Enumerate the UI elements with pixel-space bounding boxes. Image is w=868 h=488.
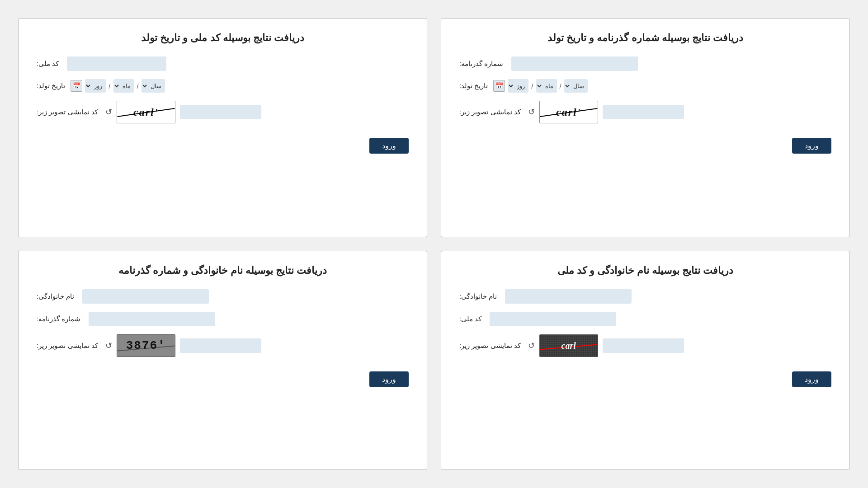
refresh-icon-4[interactable]: ↺ xyxy=(105,341,112,351)
captcha-image-2: 'carl xyxy=(117,101,175,123)
calendar-icon-2[interactable]: 📅 xyxy=(71,80,82,92)
passport-row-4: شماره گذرنامه: xyxy=(37,312,409,326)
national-row-2: کد ملی: xyxy=(37,56,409,71)
login-button-2[interactable]: ورود xyxy=(369,138,409,154)
refresh-icon-2[interactable]: ↺ xyxy=(105,107,112,117)
login-button-1[interactable]: ورود xyxy=(792,138,831,154)
national-input-3[interactable] xyxy=(490,312,616,326)
panel-national-birthdate: دریافت نتایج بوسیله کد ملی و تاریخ تولد … xyxy=(18,18,427,237)
birthdate-row-2: سال / ماه / روز 📅 تاریخ تولد: xyxy=(37,79,409,93)
panel-lastname-national: دریافت نتایج بوسیله نام خانوادگی و کد مل… xyxy=(441,251,850,470)
captcha-input-1[interactable] xyxy=(603,105,684,119)
refresh-icon-1[interactable]: ↺ xyxy=(528,107,535,117)
login-button-3[interactable]: ورود xyxy=(792,371,831,387)
captcha-row-4: '3876 ↺ کد نمایشی تصویر زیر: xyxy=(37,334,409,357)
passport-input[interactable] xyxy=(511,56,638,71)
panel2-title: دریافت نتایج بوسیله کد ملی و تاریخ تولد xyxy=(37,32,409,44)
captcha-label-1: کد نمایشی تصویر زیر: xyxy=(459,108,521,116)
day-select-1[interactable]: روز xyxy=(508,79,528,93)
passport-row: شماره گذرنامه: xyxy=(459,56,831,71)
captcha-image-1: 'carl xyxy=(539,101,598,123)
panel-passport-birthdate: دریافت نتایج بوسیله شماره گذرنامه و تاری… xyxy=(441,18,850,237)
captcha-row-1: 'carl ↺ کد نمایشی تصویر زیر: xyxy=(459,101,831,123)
birthdate-row-1: سال / ماه / روز 📅 تاریخ تولد: xyxy=(459,79,831,93)
passport-input-4[interactable] xyxy=(89,312,215,326)
panel-lastname-passport: دریافت نتایج بوسیله نام خانوادگی و شماره… xyxy=(18,251,427,470)
refresh-icon-3[interactable]: ↺ xyxy=(528,341,535,351)
lastname-row-4: نام خانوادگی: xyxy=(37,289,409,304)
btn-row-1: ورود xyxy=(459,136,831,154)
panel4-title: دریافت نتایج بوسیله نام خانوادگی و شماره… xyxy=(37,265,409,277)
captcha-image-4: '3876 xyxy=(117,334,175,357)
birthdate-label-2: تاریخ تولد: xyxy=(37,82,65,90)
captcha-image-3: carl xyxy=(539,334,598,357)
btn-row-2: ورود xyxy=(37,136,409,154)
captcha-row-3: carl ↺ کد نمایشی تصویر زیر: xyxy=(459,334,831,357)
captcha-input-3[interactable] xyxy=(603,338,684,353)
captcha-input-2[interactable] xyxy=(180,105,261,119)
btn-row-4: ورود xyxy=(37,370,409,387)
main-grid: دریافت نتایج بوسیله شماره گذرنامه و تاری… xyxy=(0,0,868,488)
lastname-input-3[interactable] xyxy=(505,289,632,304)
passport-label-4: شماره گذرنامه: xyxy=(37,315,80,323)
birthdate-label-1: تاریخ تولد: xyxy=(459,82,488,90)
panel3-title: دریافت نتایج بوسیله نام خانوادگی و کد مل… xyxy=(459,265,831,277)
login-button-4[interactable]: ورود xyxy=(369,371,409,387)
passport-label: شماره گذرنامه: xyxy=(459,60,503,68)
national-input-2[interactable] xyxy=(67,56,166,71)
captcha-row-2: 'carl ↺ کد نمایشی تصویر زیر: xyxy=(37,101,409,123)
national-label-3: کد ملی: xyxy=(459,315,481,323)
month-select-1[interactable]: ماه xyxy=(536,79,557,93)
calendar-icon-1[interactable]: 📅 xyxy=(493,80,505,92)
captcha-label-2: کد نمایشی تصویر زیر: xyxy=(37,108,98,116)
captcha-label-4: کد نمایشی تصویر زیر: xyxy=(37,342,98,350)
month-select-2[interactable]: ماه xyxy=(113,79,134,93)
lastname-row-3: نام خانوادگی: xyxy=(459,289,831,304)
lastname-input-4[interactable] xyxy=(82,289,209,304)
day-select-2[interactable]: روز xyxy=(85,79,106,93)
captcha-label-3: کد نمایشی تصویر زیر: xyxy=(459,342,521,350)
lastname-label-4: نام خانوادگی: xyxy=(37,292,74,300)
year-select-2[interactable]: سال xyxy=(142,79,165,93)
lastname-label-3: نام خانوادگی: xyxy=(459,292,497,300)
panel1-title: دریافت نتایج بوسیله شماره گذرنامه و تاری… xyxy=(459,32,831,44)
national-row-3: کد ملی: xyxy=(459,312,831,326)
year-select-1[interactable]: سال xyxy=(564,79,588,93)
captcha-input-4[interactable] xyxy=(180,338,261,353)
btn-row-3: ورود xyxy=(459,370,831,387)
national-label-2: کد ملی: xyxy=(37,60,59,68)
